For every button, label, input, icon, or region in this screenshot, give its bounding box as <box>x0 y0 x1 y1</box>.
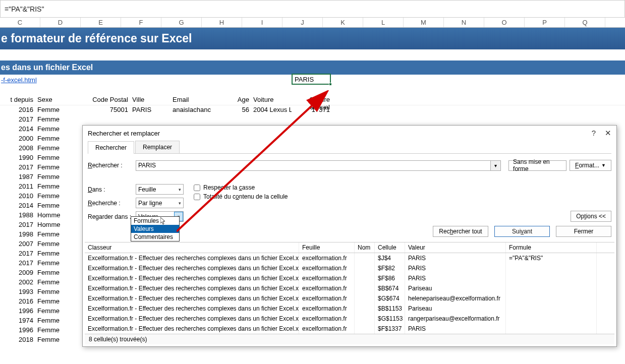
dropdown-option-commentaires[interactable]: Commentaires <box>131 233 179 241</box>
find-replace-dialog: Rechercher et remplacer ? ✕ Rechercher R… <box>82 125 617 347</box>
results-col-classeur[interactable]: Classeur <box>85 242 299 253</box>
format-button[interactable]: Format...▼ <box>570 160 611 171</box>
tab-search[interactable]: Rechercher <box>88 141 134 154</box>
label-recherche: Recherche : <box>88 200 136 207</box>
col-header[interactable]: C <box>0 18 40 27</box>
active-cell[interactable]: PARIS <box>292 74 331 85</box>
col-header[interactable]: K <box>323 18 363 27</box>
formula-bar[interactable]: ="PA"&"RIS" <box>0 0 625 18</box>
checkbox-match-case[interactable] <box>194 185 200 191</box>
label-whole-cell: Totalité du contenu de la cellule <box>203 193 288 200</box>
format-preview: Sans mise en forme <box>508 160 566 171</box>
col-header[interactable]: Q <box>565 18 605 27</box>
checkbox-whole-cell[interactable] <box>194 194 200 200</box>
combo-direction[interactable]: Par ligne▾ <box>136 198 184 208</box>
column-headers: CDEFGHIJKLMNOPQ <box>0 18 625 28</box>
title-banner: e formateur de référence sur Excel <box>0 28 625 49</box>
results-col-feuille[interactable]: Feuille <box>299 242 355 253</box>
formula-text: ="PA"&"RIS" <box>5 5 44 13</box>
cursor-icon <box>160 217 166 225</box>
result-row[interactable]: Excelformation.fr - Effectuer des recher… <box>85 304 614 314</box>
status-bar: 8 cellule(s) trouvée(s) <box>85 334 614 344</box>
label-regarder: Regarder dans : <box>88 213 136 220</box>
col-header[interactable]: I <box>242 18 282 27</box>
reference-link[interactable]: -f-excel.html <box>1 76 37 84</box>
results-col-cellule[interactable]: Cellule <box>375 242 405 253</box>
result-row[interactable]: Excelformation.fr - Effectuer des recher… <box>85 293 614 304</box>
col-header[interactable]: H <box>202 18 242 27</box>
sheet-headers: t depuis Sexe Code Postal Ville Email Ag… <box>0 95 625 105</box>
search-history-dropdown[interactable]: ▾ <box>491 160 501 171</box>
result-row[interactable]: Excelformation.fr - Effectuer des recher… <box>85 253 614 263</box>
col-header[interactable]: O <box>484 18 525 27</box>
find-next-button[interactable]: Suivant <box>494 226 550 237</box>
col-header[interactable]: P <box>525 18 565 27</box>
help-icon[interactable]: ? <box>592 129 596 138</box>
result-row[interactable]: Excelformation.fr - Effectuer des recher… <box>85 283 614 293</box>
table-row[interactable]: 2017Femme <box>0 115 625 125</box>
options-button[interactable]: Options << <box>571 211 611 222</box>
col-header[interactable]: G <box>161 18 202 27</box>
fill-handle[interactable] <box>329 83 332 86</box>
results-col-valeur[interactable]: Valeur <box>405 242 506 253</box>
results-col-formule[interactable]: Formule <box>506 242 597 253</box>
results-table: Classeur Feuille Nom Cellule Valeur Form… <box>85 242 614 334</box>
result-row[interactable]: Excelformation.fr - Effectuer des recher… <box>85 273 614 283</box>
label-match-case: Respecter la casse <box>203 184 255 191</box>
label-dans: Dans : <box>88 186 136 193</box>
results-col-nom[interactable]: Nom <box>355 242 375 253</box>
col-header[interactable]: F <box>121 18 161 27</box>
col-header[interactable]: L <box>363 18 404 27</box>
col-header[interactable]: M <box>404 18 444 27</box>
find-all-button[interactable]: Rechercher tout <box>433 226 488 237</box>
close-icon[interactable]: ✕ <box>605 129 611 138</box>
lookin-dropdown-list: Formules Valeurs Commentaires <box>131 216 180 241</box>
dropdown-option-valeurs[interactable]: Valeurs <box>131 225 179 233</box>
combo-within[interactable]: Feuille▾ <box>136 184 184 195</box>
result-row[interactable]: Excelformation.fr - Effectuer des recher… <box>85 314 614 324</box>
search-input[interactable] <box>136 160 491 171</box>
col-header[interactable]: D <box>40 18 81 27</box>
col-header[interactable]: N <box>444 18 484 27</box>
col-header[interactable]: J <box>282 18 323 27</box>
result-row[interactable]: Excelformation.fr - Effectuer des recher… <box>85 263 614 273</box>
table-row[interactable]: 2016Femme75001PARISanaislachanc562004 Le… <box>0 105 625 115</box>
tab-replace[interactable]: Remplacer <box>135 141 180 153</box>
label-search: Rechercher : <box>88 162 136 169</box>
subtitle-banner: es dans un fichier Excel <box>0 60 625 75</box>
dialog-title: Rechercher et remplacer <box>88 130 160 137</box>
col-header[interactable]: E <box>81 18 121 27</box>
result-row[interactable]: Excelformation.fr - Effectuer des recher… <box>85 324 614 334</box>
close-button[interactable]: Fermer <box>556 226 611 237</box>
dropdown-option-formules[interactable]: Formules <box>131 217 179 225</box>
